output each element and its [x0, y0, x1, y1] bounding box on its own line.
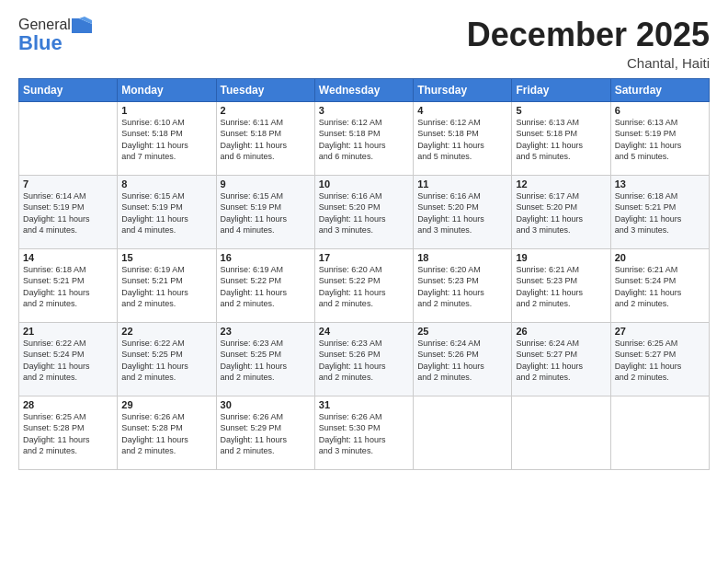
day-info: Sunrise: 6:21 AMSunset: 5:23 PMDaylight:…: [516, 264, 606, 310]
header: General Blue December 2025 Chantal, Hait…: [18, 17, 710, 71]
day-number: 25: [417, 326, 507, 337]
col-tuesday: Tuesday: [216, 78, 314, 101]
day-number: 28: [23, 399, 113, 410]
day-number: 29: [121, 399, 211, 410]
day-info: Sunrise: 6:16 AMSunset: 5:20 PMDaylight:…: [417, 190, 507, 236]
calendar-cell: 17Sunrise: 6:20 AMSunset: 5:22 PMDayligh…: [314, 248, 413, 322]
calendar-cell: 23Sunrise: 6:23 AMSunset: 5:25 PMDayligh…: [216, 322, 314, 396]
day-number: 17: [319, 252, 409, 263]
day-info: Sunrise: 6:24 AMSunset: 5:27 PMDaylight:…: [516, 338, 606, 384]
day-number: 26: [516, 326, 606, 337]
calendar-cell: 9Sunrise: 6:15 AMSunset: 5:19 PMDaylight…: [216, 175, 314, 248]
day-info: Sunrise: 6:18 AMSunset: 5:21 PMDaylight:…: [23, 264, 113, 310]
day-number: 15: [121, 252, 211, 263]
logo: General Blue: [18, 17, 92, 55]
logo-blue-text: Blue: [18, 31, 63, 55]
calendar-header-row: Sunday Monday Tuesday Wednesday Thursday…: [19, 78, 710, 101]
col-monday: Monday: [118, 78, 216, 101]
calendar-cell: 12Sunrise: 6:17 AMSunset: 5:20 PMDayligh…: [512, 175, 610, 248]
col-thursday: Thursday: [414, 78, 512, 101]
day-number: 21: [23, 326, 113, 337]
calendar-cell: 29Sunrise: 6:26 AMSunset: 5:28 PMDayligh…: [118, 396, 216, 469]
calendar-cell: 24Sunrise: 6:23 AMSunset: 5:26 PMDayligh…: [314, 322, 413, 396]
calendar-cell: 16Sunrise: 6:19 AMSunset: 5:22 PMDayligh…: [216, 248, 314, 322]
day-number: 23: [221, 326, 311, 337]
calendar-week-row: 21Sunrise: 6:22 AMSunset: 5:24 PMDayligh…: [19, 322, 710, 396]
logo-bird-icon: [72, 17, 92, 33]
day-number: 3: [319, 105, 409, 116]
day-number: 18: [417, 252, 507, 263]
day-number: 5: [516, 105, 606, 116]
day-number: 2: [221, 105, 311, 116]
calendar-week-row: 1Sunrise: 6:10 AMSunset: 5:18 PMDaylight…: [19, 101, 710, 175]
calendar-cell: 21Sunrise: 6:22 AMSunset: 5:24 PMDayligh…: [19, 322, 118, 396]
day-info: Sunrise: 6:16 AMSunset: 5:20 PMDaylight:…: [319, 190, 409, 236]
day-info: Sunrise: 6:19 AMSunset: 5:21 PMDaylight:…: [121, 264, 211, 310]
day-info: Sunrise: 6:12 AMSunset: 5:18 PMDaylight:…: [319, 117, 409, 163]
day-info: Sunrise: 6:24 AMSunset: 5:26 PMDaylight:…: [417, 338, 507, 384]
day-number: 6: [615, 105, 705, 116]
day-info: Sunrise: 6:20 AMSunset: 5:22 PMDaylight:…: [319, 264, 409, 310]
col-sunday: Sunday: [19, 78, 118, 101]
day-number: 9: [221, 178, 311, 190]
col-friday: Friday: [512, 78, 610, 101]
calendar-cell: 25Sunrise: 6:24 AMSunset: 5:26 PMDayligh…: [414, 322, 512, 396]
day-info: Sunrise: 6:11 AMSunset: 5:18 PMDaylight:…: [221, 117, 311, 163]
calendar-cell: [610, 396, 709, 469]
calendar-week-row: 28Sunrise: 6:25 AMSunset: 5:28 PMDayligh…: [19, 396, 710, 469]
calendar-cell: 14Sunrise: 6:18 AMSunset: 5:21 PMDayligh…: [19, 248, 118, 322]
page: General Blue December 2025 Chantal, Hait…: [0, 0, 728, 563]
calendar-cell: 19Sunrise: 6:21 AMSunset: 5:23 PMDayligh…: [512, 248, 610, 322]
calendar-cell: [19, 101, 118, 175]
location: Chantal, Haiti: [467, 55, 710, 71]
day-info: Sunrise: 6:26 AMSunset: 5:29 PMDaylight:…: [221, 411, 311, 457]
day-info: Sunrise: 6:12 AMSunset: 5:18 PMDaylight:…: [417, 117, 507, 163]
day-number: 31: [319, 399, 409, 410]
day-number: 8: [121, 178, 211, 190]
calendar-cell: 15Sunrise: 6:19 AMSunset: 5:21 PMDayligh…: [118, 248, 216, 322]
calendar-cell: 3Sunrise: 6:12 AMSunset: 5:18 PMDaylight…: [314, 101, 413, 175]
day-number: 1: [121, 105, 211, 116]
day-number: 11: [417, 178, 507, 190]
calendar-cell: 10Sunrise: 6:16 AMSunset: 5:20 PMDayligh…: [314, 175, 413, 248]
calendar-cell: 22Sunrise: 6:22 AMSunset: 5:25 PMDayligh…: [118, 322, 216, 396]
day-info: Sunrise: 6:20 AMSunset: 5:23 PMDaylight:…: [417, 264, 507, 310]
calendar-cell: 31Sunrise: 6:26 AMSunset: 5:30 PMDayligh…: [314, 396, 413, 469]
calendar-cell: 18Sunrise: 6:20 AMSunset: 5:23 PMDayligh…: [414, 248, 512, 322]
calendar-cell: 26Sunrise: 6:24 AMSunset: 5:27 PMDayligh…: [512, 322, 610, 396]
col-saturday: Saturday: [610, 78, 709, 101]
day-number: 19: [516, 252, 606, 263]
calendar-cell: 2Sunrise: 6:11 AMSunset: 5:18 PMDaylight…: [216, 101, 314, 175]
calendar-cell: 30Sunrise: 6:26 AMSunset: 5:29 PMDayligh…: [216, 396, 314, 469]
calendar-cell: 27Sunrise: 6:25 AMSunset: 5:27 PMDayligh…: [610, 322, 709, 396]
day-info: Sunrise: 6:21 AMSunset: 5:24 PMDaylight:…: [615, 264, 705, 310]
calendar-cell: 20Sunrise: 6:21 AMSunset: 5:24 PMDayligh…: [610, 248, 709, 322]
day-info: Sunrise: 6:13 AMSunset: 5:18 PMDaylight:…: [516, 117, 606, 163]
day-info: Sunrise: 6:22 AMSunset: 5:24 PMDaylight:…: [23, 338, 113, 384]
day-info: Sunrise: 6:23 AMSunset: 5:25 PMDaylight:…: [221, 338, 311, 384]
day-info: Sunrise: 6:25 AMSunset: 5:27 PMDaylight:…: [615, 338, 705, 384]
calendar-week-row: 7Sunrise: 6:14 AMSunset: 5:19 PMDaylight…: [19, 175, 710, 248]
calendar-week-row: 14Sunrise: 6:18 AMSunset: 5:21 PMDayligh…: [19, 248, 710, 322]
day-info: Sunrise: 6:25 AMSunset: 5:28 PMDaylight:…: [23, 411, 113, 457]
col-wednesday: Wednesday: [314, 78, 413, 101]
day-number: 22: [121, 326, 211, 337]
day-number: 27: [615, 326, 705, 337]
day-number: 30: [221, 399, 311, 410]
day-info: Sunrise: 6:19 AMSunset: 5:22 PMDaylight:…: [221, 264, 311, 310]
calendar-cell: [512, 396, 610, 469]
calendar-cell: 11Sunrise: 6:16 AMSunset: 5:20 PMDayligh…: [414, 175, 512, 248]
day-number: 24: [319, 326, 409, 337]
day-number: 10: [319, 178, 409, 190]
day-number: 4: [417, 105, 507, 116]
day-info: Sunrise: 6:10 AMSunset: 5:18 PMDaylight:…: [121, 117, 211, 163]
day-number: 7: [23, 178, 113, 190]
day-info: Sunrise: 6:26 AMSunset: 5:28 PMDaylight:…: [121, 411, 211, 457]
title-block: December 2025 Chantal, Haiti: [467, 17, 710, 71]
calendar-cell: 4Sunrise: 6:12 AMSunset: 5:18 PMDaylight…: [414, 101, 512, 175]
day-number: 16: [221, 252, 311, 263]
day-info: Sunrise: 6:13 AMSunset: 5:19 PMDaylight:…: [615, 117, 705, 163]
day-number: 14: [23, 252, 113, 263]
day-info: Sunrise: 6:18 AMSunset: 5:21 PMDaylight:…: [615, 190, 705, 236]
calendar-cell: 28Sunrise: 6:25 AMSunset: 5:28 PMDayligh…: [19, 396, 118, 469]
